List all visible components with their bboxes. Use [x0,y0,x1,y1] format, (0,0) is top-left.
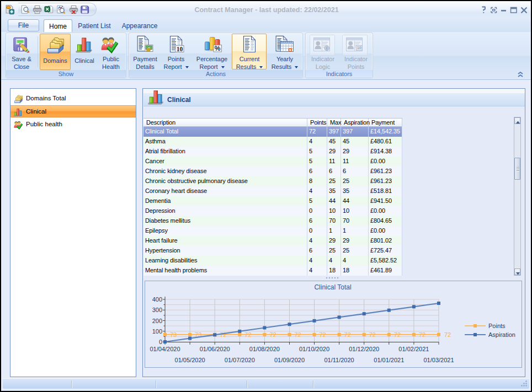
svg-text:300: 300 [152,307,162,313]
svg-text:72: 72 [244,331,251,338]
svg-text:10: 10 [357,45,361,50]
svg-text:72: 72 [419,331,425,338]
svg-text:01/03/2021: 01/03/2021 [423,357,454,363]
svg-text:01/12/2020: 01/12/2020 [349,346,379,352]
svg-text:01/06/2020: 01/06/2020 [200,346,230,352]
svg-text:01/05/2020: 01/05/2020 [175,357,205,363]
svg-text:i: i [326,46,327,50]
svg-text:100: 100 [152,328,162,335]
svg-text:Clinical Total: Clinical Total [314,283,351,291]
svg-text:01/04/2020: 01/04/2020 [150,346,180,352]
svg-text:01/09/2020: 01/09/2020 [274,357,305,363]
svg-text:400: 400 [152,296,162,303]
svg-text:72: 72 [369,331,376,338]
svg-text:01/10/2020: 01/10/2020 [299,346,329,352]
svg-text:200: 200 [152,318,162,324]
svg-text:Aspiration: Aspiration [488,331,515,338]
svg-text:01/02/2021: 01/02/2021 [398,346,429,352]
svg-text:01/11/2020: 01/11/2020 [324,357,354,363]
svg-text:72: 72 [394,331,401,338]
svg-text:72: 72 [444,331,451,338]
svg-text:72: 72 [344,331,351,338]
svg-text:72: 72 [295,331,301,338]
svg-text:01/08/2020: 01/08/2020 [249,346,280,352]
svg-text:72: 72 [269,331,276,338]
svg-text:73: 73 [170,331,177,338]
svg-text:Points: Points [488,323,506,329]
svg-text:72: 72 [320,331,326,338]
svg-text:0: 0 [159,339,162,345]
svg-text:01/01/2021: 01/01/2021 [374,357,404,363]
svg-text:01/07/2020: 01/07/2020 [225,357,255,363]
